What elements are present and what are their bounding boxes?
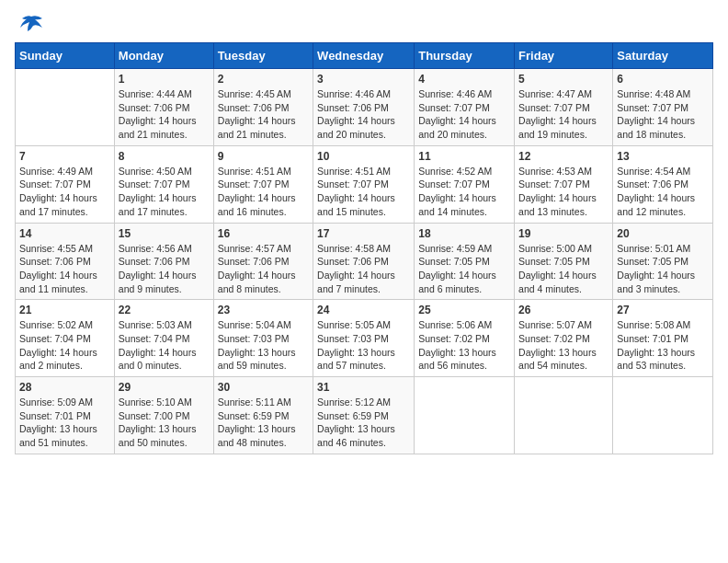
calendar-cell: 8Sunrise: 4:50 AM Sunset: 7:07 PM Daylig… bbox=[114, 145, 213, 223]
cell-content: Sunrise: 5:05 AM Sunset: 7:03 PM Dayligh… bbox=[317, 318, 410, 373]
calendar-cell: 10Sunrise: 4:51 AM Sunset: 7:07 PM Dayli… bbox=[313, 145, 415, 223]
cell-content: Sunrise: 4:55 AM Sunset: 7:06 PM Dayligh… bbox=[19, 242, 110, 296]
day-of-week-header: Saturday bbox=[613, 43, 713, 69]
cell-content: Sunrise: 5:12 AM Sunset: 6:59 PM Dayligh… bbox=[317, 396, 410, 450]
day-number: 21 bbox=[19, 304, 110, 316]
calendar-cell: 3Sunrise: 4:46 AM Sunset: 7:06 PM Daylig… bbox=[313, 69, 415, 146]
calendar-cell: 4Sunrise: 4:46 AM Sunset: 7:07 PM Daylig… bbox=[415, 69, 515, 146]
calendar-cell bbox=[16, 69, 115, 146]
calendar-cell: 7Sunrise: 4:49 AM Sunset: 7:07 PM Daylig… bbox=[16, 145, 115, 223]
day-number: 29 bbox=[119, 381, 210, 394]
cell-content: Sunrise: 4:46 AM Sunset: 7:06 PM Dayligh… bbox=[317, 87, 410, 142]
calendar-cell bbox=[613, 377, 713, 454]
calendar-cell: 14Sunrise: 4:55 AM Sunset: 7:06 PM Dayli… bbox=[16, 223, 115, 300]
day-number: 9 bbox=[218, 150, 309, 163]
calendar-cell: 21Sunrise: 5:02 AM Sunset: 7:04 PM Dayli… bbox=[16, 300, 115, 377]
calendar-cell: 19Sunrise: 5:00 AM Sunset: 7:05 PM Dayli… bbox=[515, 223, 613, 300]
day-number: 5 bbox=[518, 73, 609, 86]
day-number: 4 bbox=[418, 73, 510, 86]
cell-content: Sunrise: 4:56 AM Sunset: 7:06 PM Dayligh… bbox=[119, 242, 210, 296]
calendar-cell: 23Sunrise: 5:04 AM Sunset: 7:03 PM Dayli… bbox=[213, 300, 313, 377]
cell-content: Sunrise: 4:57 AM Sunset: 7:06 PM Dayligh… bbox=[218, 242, 309, 296]
calendar-cell: 31Sunrise: 5:12 AM Sunset: 6:59 PM Dayli… bbox=[313, 377, 415, 454]
day-of-week-header: Monday bbox=[114, 43, 213, 69]
cell-content: Sunrise: 5:04 AM Sunset: 7:03 PM Dayligh… bbox=[218, 318, 309, 373]
cell-content: Sunrise: 4:59 AM Sunset: 7:05 PM Dayligh… bbox=[418, 242, 510, 296]
calendar-week-row: 7Sunrise: 4:49 AM Sunset: 7:07 PM Daylig… bbox=[16, 145, 713, 223]
cell-content: Sunrise: 4:48 AM Sunset: 7:07 PM Dayligh… bbox=[617, 87, 709, 142]
day-number: 12 bbox=[518, 150, 609, 163]
page-header bbox=[15, 15, 713, 31]
logo-bird-icon bbox=[18, 15, 44, 31]
day-number: 18 bbox=[418, 227, 510, 240]
cell-content: Sunrise: 5:06 AM Sunset: 7:02 PM Dayligh… bbox=[418, 318, 510, 373]
cell-content: Sunrise: 5:07 AM Sunset: 7:02 PM Dayligh… bbox=[518, 318, 609, 373]
calendar-cell: 1Sunrise: 4:44 AM Sunset: 7:06 PM Daylig… bbox=[114, 69, 213, 146]
cell-content: Sunrise: 5:02 AM Sunset: 7:04 PM Dayligh… bbox=[19, 318, 110, 373]
day-of-week-header: Tuesday bbox=[213, 43, 313, 69]
calendar-table: SundayMondayTuesdayWednesdayThursdayFrid… bbox=[15, 42, 713, 454]
calendar-week-row: 21Sunrise: 5:02 AM Sunset: 7:04 PM Dayli… bbox=[16, 300, 713, 377]
cell-content: Sunrise: 5:10 AM Sunset: 7:00 PM Dayligh… bbox=[119, 396, 210, 450]
day-number: 2 bbox=[218, 73, 309, 86]
cell-content: Sunrise: 4:51 AM Sunset: 7:07 PM Dayligh… bbox=[317, 165, 410, 219]
calendar-cell: 30Sunrise: 5:11 AM Sunset: 6:59 PM Dayli… bbox=[213, 377, 313, 454]
day-number: 25 bbox=[418, 304, 510, 316]
calendar-week-row: 14Sunrise: 4:55 AM Sunset: 7:06 PM Dayli… bbox=[16, 223, 713, 300]
day-number: 17 bbox=[317, 227, 410, 240]
cell-content: Sunrise: 5:01 AM Sunset: 7:05 PM Dayligh… bbox=[617, 242, 709, 296]
day-number: 11 bbox=[418, 150, 510, 163]
cell-content: Sunrise: 5:08 AM Sunset: 7:01 PM Dayligh… bbox=[617, 318, 709, 373]
calendar-cell bbox=[515, 377, 613, 454]
day-number: 20 bbox=[617, 227, 709, 240]
day-number: 28 bbox=[19, 381, 110, 394]
cell-content: Sunrise: 4:52 AM Sunset: 7:07 PM Dayligh… bbox=[418, 165, 510, 219]
cell-content: Sunrise: 4:46 AM Sunset: 7:07 PM Dayligh… bbox=[418, 87, 510, 142]
day-of-week-header: Thursday bbox=[415, 43, 515, 69]
calendar-cell: 24Sunrise: 5:05 AM Sunset: 7:03 PM Dayli… bbox=[313, 300, 415, 377]
day-number: 27 bbox=[617, 304, 709, 316]
day-number: 30 bbox=[218, 381, 309, 394]
day-number: 16 bbox=[218, 227, 309, 240]
day-number: 22 bbox=[119, 304, 210, 316]
day-of-week-header: Sunday bbox=[16, 43, 115, 69]
calendar-week-row: 28Sunrise: 5:09 AM Sunset: 7:01 PM Dayli… bbox=[16, 377, 713, 454]
calendar-cell: 9Sunrise: 4:51 AM Sunset: 7:07 PM Daylig… bbox=[213, 145, 313, 223]
calendar-cell: 17Sunrise: 4:58 AM Sunset: 7:06 PM Dayli… bbox=[313, 223, 415, 300]
calendar-cell: 27Sunrise: 5:08 AM Sunset: 7:01 PM Dayli… bbox=[613, 300, 713, 377]
calendar-cell: 26Sunrise: 5:07 AM Sunset: 7:02 PM Dayli… bbox=[515, 300, 613, 377]
calendar-cell: 22Sunrise: 5:03 AM Sunset: 7:04 PM Dayli… bbox=[114, 300, 213, 377]
calendar-cell: 29Sunrise: 5:10 AM Sunset: 7:00 PM Dayli… bbox=[114, 377, 213, 454]
cell-content: Sunrise: 5:09 AM Sunset: 7:01 PM Dayligh… bbox=[19, 396, 110, 450]
day-number: 10 bbox=[317, 150, 410, 163]
calendar-cell bbox=[415, 377, 515, 454]
day-number: 26 bbox=[518, 304, 609, 316]
calendar-cell: 16Sunrise: 4:57 AM Sunset: 7:06 PM Dayli… bbox=[213, 223, 313, 300]
calendar-cell: 18Sunrise: 4:59 AM Sunset: 7:05 PM Dayli… bbox=[415, 223, 515, 300]
day-number: 7 bbox=[19, 150, 110, 163]
day-number: 1 bbox=[119, 73, 210, 86]
calendar-cell: 13Sunrise: 4:54 AM Sunset: 7:06 PM Dayli… bbox=[613, 145, 713, 223]
calendar-cell: 6Sunrise: 4:48 AM Sunset: 7:07 PM Daylig… bbox=[613, 69, 713, 146]
cell-content: Sunrise: 5:00 AM Sunset: 7:05 PM Dayligh… bbox=[518, 242, 609, 296]
calendar-cell: 11Sunrise: 4:52 AM Sunset: 7:07 PM Dayli… bbox=[415, 145, 515, 223]
day-number: 24 bbox=[317, 304, 410, 316]
cell-content: Sunrise: 4:58 AM Sunset: 7:06 PM Dayligh… bbox=[317, 242, 410, 296]
cell-content: Sunrise: 4:53 AM Sunset: 7:07 PM Dayligh… bbox=[518, 165, 609, 219]
calendar-header-row: SundayMondayTuesdayWednesdayThursdayFrid… bbox=[16, 43, 713, 69]
day-number: 15 bbox=[119, 227, 210, 240]
cell-content: Sunrise: 4:47 AM Sunset: 7:07 PM Dayligh… bbox=[518, 87, 609, 142]
cell-content: Sunrise: 5:03 AM Sunset: 7:04 PM Dayligh… bbox=[119, 318, 210, 373]
cell-content: Sunrise: 4:54 AM Sunset: 7:06 PM Dayligh… bbox=[617, 165, 709, 219]
calendar-week-row: 1Sunrise: 4:44 AM Sunset: 7:06 PM Daylig… bbox=[16, 69, 713, 146]
cell-content: Sunrise: 4:49 AM Sunset: 7:07 PM Dayligh… bbox=[19, 165, 110, 219]
cell-content: Sunrise: 4:50 AM Sunset: 7:07 PM Dayligh… bbox=[119, 165, 210, 219]
calendar-cell: 28Sunrise: 5:09 AM Sunset: 7:01 PM Dayli… bbox=[16, 377, 115, 454]
day-number: 19 bbox=[518, 227, 609, 240]
logo bbox=[15, 15, 48, 31]
calendar-cell: 2Sunrise: 4:45 AM Sunset: 7:06 PM Daylig… bbox=[213, 69, 313, 146]
cell-content: Sunrise: 4:44 AM Sunset: 7:06 PM Dayligh… bbox=[119, 87, 210, 142]
day-number: 8 bbox=[119, 150, 210, 163]
calendar-cell: 25Sunrise: 5:06 AM Sunset: 7:02 PM Dayli… bbox=[415, 300, 515, 377]
cell-content: Sunrise: 4:45 AM Sunset: 7:06 PM Dayligh… bbox=[218, 87, 309, 142]
